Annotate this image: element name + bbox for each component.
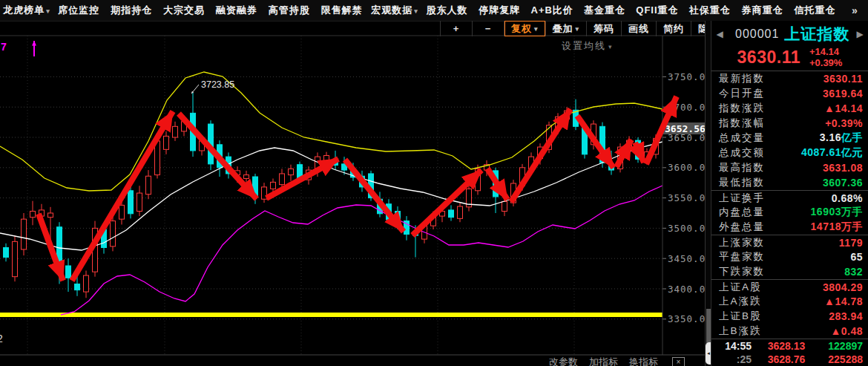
candle-up [119, 205, 125, 219]
change-value: +14.14 [809, 46, 842, 57]
menu-item-label: 期指持仓 [111, 4, 152, 16]
menu-item-label: 信托重仓 [795, 4, 836, 16]
menu-item-4[interactable]: 大宗交易 [158, 4, 211, 17]
menu-item-3[interactable]: 期指持仓 [105, 4, 158, 17]
toolbar-button-label: 复权 [511, 22, 532, 36]
menu-item-11[interactable]: A+B比价 [526, 4, 579, 17]
last-price: 3630.11 [737, 48, 800, 68]
menu-item-label: QFII重仓 [636, 4, 678, 16]
menu-item-label: 券商重仓 [742, 4, 783, 16]
menu-item-5[interactable]: 融资融券 [211, 4, 263, 17]
candle-up [22, 219, 27, 249]
menu-item-label: 限售解禁 [321, 4, 363, 16]
quote-row-value: 4087.61亿元 [801, 146, 863, 160]
change-params-link[interactable]: 改参数 [549, 356, 578, 366]
quote-row: 上证B股283.94 [711, 309, 868, 324]
quote-row: 上证A股3804.29 [711, 279, 868, 294]
candle-up [48, 213, 53, 218]
zoom-out-button[interactable]: − [473, 21, 504, 36]
quote-row-value: +0.39% [825, 117, 863, 129]
candle-down [449, 210, 454, 218]
quote-row-value: 832 [844, 266, 863, 278]
candle-up [271, 182, 276, 189]
quote-row: 上B涨跌▲0.48 [711, 324, 868, 339]
change-percent: +0.39% [809, 57, 842, 68]
add-indicator-link[interactable]: 加指标 [589, 356, 618, 366]
quote-row-value: 3607.36 [823, 177, 863, 189]
quote-row-label: 总成交额 [719, 146, 765, 160]
menu-item-6[interactable]: 高管持股 [263, 4, 315, 17]
quote-row: 上涨家数1179 [711, 235, 868, 249]
menu-item-label: A+B比价 [531, 4, 573, 16]
ma-settings-button[interactable]: 设置均线▾ [562, 39, 614, 53]
menu-item-7[interactable]: 限售解禁 [315, 4, 368, 17]
menu-item-8[interactable]: 宏观数据▾ [368, 4, 421, 17]
chevron-down-icon: ▾ [46, 7, 50, 15]
quote-row-value: 283.94 [829, 310, 863, 322]
candle-up [280, 174, 285, 185]
next-stock-button[interactable]: ▶ [855, 29, 865, 39]
close-indicator-button[interactable]: × [672, 357, 685, 366]
quote-row: 最高指数3631.08 [711, 160, 868, 175]
chip-distribution-button[interactable]: 筹码 [587, 21, 622, 36]
chevron-down-icon: ▾ [608, 43, 614, 50]
candle-down [128, 191, 134, 214]
ma-settings-label: 设置均线 [562, 40, 606, 51]
candle-up [502, 201, 507, 211]
quote-panel: ◀ 000001 上证指数 ▶ 3630.11 +14.14 +0.39% 最新… [711, 21, 868, 366]
menu-item-10[interactable]: 停牌复牌 [473, 4, 526, 17]
menu-item-13[interactable]: QFII重仓 [631, 4, 684, 17]
quote-row-label: 上B涨跌 [719, 324, 762, 338]
quote-row-label: 内盘总量 [719, 206, 765, 219]
quote-row-label: 今日开盘 [719, 87, 765, 100]
ma-line-lower [61, 186, 662, 315]
menu-item-2[interactable]: 席位监控 [53, 4, 105, 17]
quote-row-value: 3804.29 [823, 281, 863, 293]
adjust-price-button[interactable]: 复权▾ [504, 21, 546, 36]
quote-row-unit: 万手 [841, 206, 863, 218]
quote-row-value: ▲14.78 [824, 295, 863, 307]
candle-down [75, 284, 80, 290]
quote-row-value: ▲0.48 [830, 325, 863, 337]
menu-item-9[interactable]: 股东人数 [421, 4, 473, 17]
menu-item-15[interactable]: 券商重仓 [736, 4, 789, 17]
quote-rows: 最新指数3630.11今日开盘3619.64指数涨跌▲14.14指数涨幅+0.3… [711, 71, 868, 339]
menu-item-label: 社保重仓 [689, 4, 731, 16]
tick-row: :253628.76225288 [711, 353, 868, 366]
zoom-in-button[interactable]: + [440, 21, 473, 36]
draw-line-button[interactable]: 画线 [622, 21, 657, 36]
candle-up [458, 206, 463, 218]
chevron-down-icon: ▾ [534, 25, 539, 33]
menu-more-button[interactable]: » [841, 4, 868, 16]
menu-item-12[interactable]: 基金重仓 [579, 4, 631, 17]
switch-indicator-link[interactable]: 换指标 [629, 356, 658, 366]
tick-time: 14:55 [716, 340, 752, 352]
trend-arrow [511, 109, 571, 202]
tick-price: 3628.13 [752, 340, 821, 352]
candle-down [66, 266, 71, 278]
quote-row-value: 65 [850, 251, 863, 263]
overlay-button[interactable]: 叠加▾ [546, 21, 588, 36]
quote-row-label: 上A涨跌 [719, 295, 762, 308]
toolbar-button-label: 筹码 [594, 22, 614, 36]
menu-item-14[interactable]: 社保重仓 [683, 4, 736, 17]
tick-time: :25 [716, 353, 752, 365]
quote-row: 指数涨跌▲14.14 [711, 101, 868, 116]
tick-price: 3628.76 [752, 353, 821, 365]
chevron-down-icon: ▾ [576, 25, 580, 33]
trend-arrow [345, 160, 404, 232]
quote-row-value: 1179 [839, 237, 863, 249]
simple-mode-button[interactable]: 简约 [657, 21, 691, 36]
support-band [0, 313, 662, 317]
quote-row-label: 上涨家数 [719, 236, 765, 249]
chevron-down-icon: ▾ [414, 7, 418, 15]
menu-item-1[interactable]: 龙虎榜单▾ [0, 4, 53, 17]
quote-row-unit: 亿手 [841, 131, 863, 143]
menu-item-16[interactable]: 信托重仓 [789, 4, 841, 17]
prev-stock-button[interactable]: ◀ [714, 29, 725, 39]
tick-list: 14:553628.13122897:253628.76225288 [711, 339, 868, 366]
quote-row-label: 上证A股 [719, 281, 762, 294]
quote-row: 上证换手0.68% [711, 190, 868, 205]
menu-item-label: 高管持股 [269, 4, 310, 16]
corner-indicator: 7 [1, 41, 7, 53]
